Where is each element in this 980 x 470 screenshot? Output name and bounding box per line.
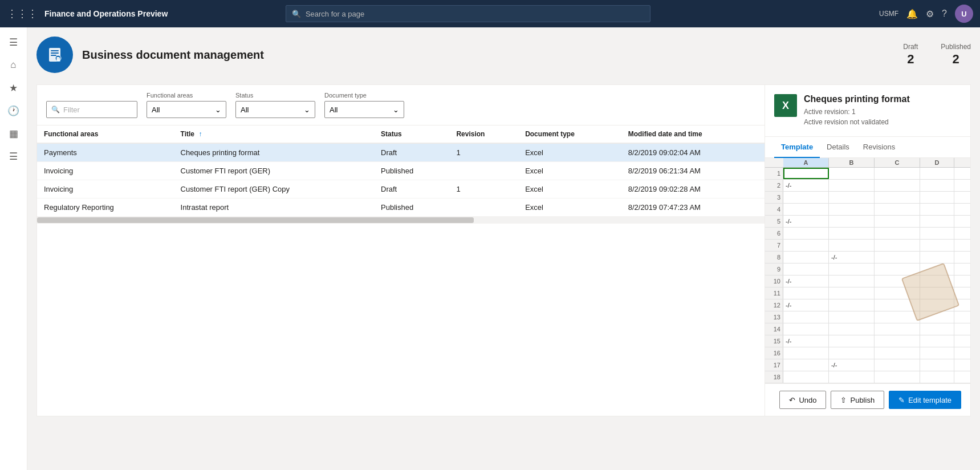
excel-cell-r2-c3[interactable] — [920, 192, 954, 203]
excel-cell-r11-c1[interactable] — [829, 299, 875, 311]
table-row[interactable]: InvoicingCustomer FTI report (GER) CopyD… — [37, 180, 765, 198]
table-row[interactable]: InvoicingCustomer FTI report (GER)Publis… — [37, 162, 765, 180]
excel-cell-r8-c0[interactable] — [783, 264, 829, 275]
filter-input[interactable]: 🔍 Filter — [46, 101, 137, 118]
excel-cell-r6-c2[interactable] — [875, 240, 920, 251]
excel-cell-r7-c3[interactable] — [920, 252, 954, 263]
excel-cell-r10-c0[interactable] — [783, 287, 829, 299]
excel-cell-r7-c2[interactable] — [875, 252, 920, 263]
excel-cell-r4-c3[interactable] — [920, 216, 954, 227]
excel-cell-r16-c2[interactable] — [875, 359, 920, 371]
excel-cell-r8-c1[interactable] — [829, 264, 875, 275]
right-panel: X Cheques printing format Active revisio… — [765, 85, 970, 416]
col-header-c: C — [875, 158, 920, 167]
excel-row: 15-/- — [765, 335, 970, 347]
excel-cell-r13-c0[interactable] — [783, 323, 829, 335]
excel-cell-r6-c0[interactable] — [783, 240, 829, 251]
excel-cell-r1-c1[interactable] — [829, 180, 875, 191]
table-row[interactable]: Regulatory ReportingIntrastat reportPubl… — [37, 198, 765, 217]
excel-cell-r15-c0[interactable] — [783, 347, 829, 359]
table-row[interactable]: PaymentsCheques printing formatDraft1Exc… — [37, 143, 765, 162]
excel-cell-r7-c0[interactable] — [783, 252, 829, 263]
excel-cell-r0-c2[interactable] — [875, 168, 920, 179]
status-select[interactable]: All ⌄ — [235, 101, 315, 118]
tab-revisions[interactable]: Revisions — [856, 137, 902, 158]
tab-template[interactable]: Template — [774, 137, 820, 158]
excel-cell-r16-c1[interactable]: -/- — [829, 359, 875, 371]
excel-cell-r4-c2[interactable] — [875, 216, 920, 227]
modules-icon[interactable]: ☰ — [3, 146, 24, 167]
excel-cell-r17-c0[interactable] — [783, 371, 829, 383]
excel-cell-r14-c3[interactable] — [920, 335, 954, 347]
search-bar[interactable]: 🔍 Search for a page — [286, 5, 650, 22]
document-type-select[interactable]: All ⌄ — [324, 101, 404, 118]
excel-cell-r3-c2[interactable] — [875, 204, 920, 215]
workspaces-icon[interactable]: ▦ — [3, 123, 24, 144]
excel-cell-r7-c1[interactable]: -/- — [829, 252, 875, 263]
excel-cell-r14-c0[interactable]: -/- — [783, 335, 829, 347]
excel-cell-r12-c0[interactable] — [783, 311, 829, 323]
excel-cell-r13-c3[interactable] — [920, 323, 954, 335]
bell-icon[interactable]: 🔔 — [906, 9, 918, 19]
excel-cell-r5-c1[interactable] — [829, 228, 875, 239]
table-cell-3 — [449, 198, 518, 217]
recent-icon[interactable]: 🕐 — [3, 100, 24, 121]
functional-areas-select[interactable]: All ⌄ — [147, 101, 226, 118]
excel-cell-r17-c2[interactable] — [875, 371, 920, 383]
excel-cell-r2-c2[interactable] — [875, 192, 920, 203]
excel-row: 16 — [765, 347, 970, 359]
excel-cell-r0-c0[interactable] — [783, 168, 829, 179]
excel-cell-r0-c3[interactable] — [920, 168, 954, 179]
excel-cell-r11-c0[interactable]: -/- — [783, 299, 829, 311]
excel-cell-r0-c1[interactable] — [829, 168, 875, 179]
excel-cell-r1-c2[interactable] — [875, 180, 920, 191]
excel-cell-r2-c1[interactable] — [829, 192, 875, 203]
excel-cell-r6-c3[interactable] — [920, 240, 954, 251]
excel-cell-r1-c0[interactable]: -/- — [783, 180, 829, 191]
excel-cell-r3-c0[interactable] — [783, 204, 829, 215]
undo-button[interactable]: ↶ Undo — [779, 391, 826, 409]
excel-cell-r5-c0[interactable] — [783, 228, 829, 239]
excel-cell-r4-c0[interactable]: -/- — [783, 216, 829, 227]
excel-cell-r15-c2[interactable] — [875, 347, 920, 359]
excel-cell-r16-c0[interactable] — [783, 359, 829, 371]
excel-cell-r10-c1[interactable] — [829, 287, 875, 299]
edit-template-button[interactable]: ✎ Edit template — [889, 391, 961, 409]
gear-icon[interactable]: ⚙ — [926, 9, 934, 19]
horizontal-scrollbar[interactable] — [37, 217, 765, 224]
functional-areas-label: Functional areas — [147, 92, 226, 99]
excel-cell-r9-c0[interactable]: -/- — [783, 275, 829, 287]
excel-cell-r16-c3[interactable] — [920, 359, 954, 371]
excel-cell-r2-c0[interactable] — [783, 192, 829, 203]
excel-cell-r1-c3[interactable] — [920, 180, 954, 191]
excel-cell-r15-c1[interactable] — [829, 347, 875, 359]
excel-cell-r5-c3[interactable] — [920, 228, 954, 239]
tab-details[interactable]: Details — [820, 137, 856, 158]
favorites-icon[interactable]: ★ — [3, 78, 24, 98]
col-header-title[interactable]: Title ↑ — [174, 125, 374, 143]
excel-cell-r14-c2[interactable] — [875, 335, 920, 347]
page-icon: 📄 — [36, 37, 73, 73]
menu-icon[interactable]: ☰ — [3, 32, 24, 52]
table-cell-3 — [449, 162, 518, 180]
excel-cell-r13-c1[interactable] — [829, 323, 875, 335]
excel-cell-r3-c3[interactable] — [920, 204, 954, 215]
help-icon[interactable]: ? — [942, 9, 947, 19]
excel-cell-r13-c2[interactable] — [875, 323, 920, 335]
excel-cell-r14-c1[interactable] — [829, 335, 875, 347]
excel-cell-r12-c1[interactable] — [829, 311, 875, 323]
excel-cell-r17-c1[interactable] — [829, 371, 875, 383]
excel-cell-r5-c2[interactable] — [875, 228, 920, 239]
excel-cell-r6-c1[interactable] — [829, 240, 875, 251]
home-icon[interactable]: ⌂ — [3, 55, 24, 75]
excel-cell-r9-c1[interactable] — [829, 275, 875, 287]
avatar[interactable]: U — [955, 5, 973, 23]
excel-cell-r15-c3[interactable] — [920, 347, 954, 359]
panel-buttons: ↶ Undo ⇧ Publish ✎ Edit template — [765, 383, 970, 416]
excel-row-num: 16 — [765, 347, 783, 359]
excel-cell-r17-c3[interactable] — [920, 371, 954, 383]
grid-icon[interactable]: ⋮⋮⋮ — [7, 7, 38, 20]
excel-cell-r4-c1[interactable] — [829, 216, 875, 227]
publish-button[interactable]: ⇧ Publish — [831, 391, 884, 409]
excel-cell-r3-c1[interactable] — [829, 204, 875, 215]
